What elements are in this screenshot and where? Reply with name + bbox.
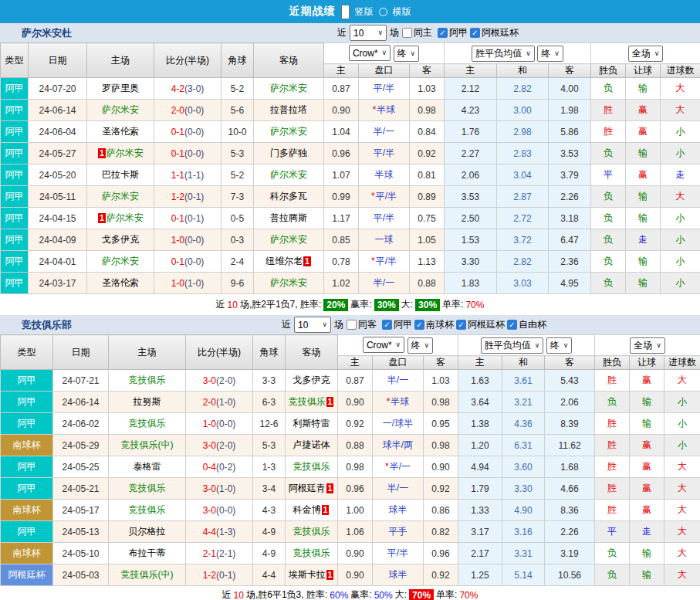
corner-cell: 4-4 <box>253 564 286 586</box>
home-team-cell[interactable]: 萨尔米安 <box>87 100 154 121</box>
result-ou-cell: 大 <box>664 370 700 392</box>
radio-vertical-selected[interactable] <box>341 5 350 19</box>
home-team-cell[interactable]: 1萨尔米安 <box>87 208 154 229</box>
away-team-cell[interactable]: 阿根廷青1 <box>286 478 338 500</box>
date-cell: 24-04-01 <box>29 251 87 273</box>
fulltime-score: 0-1 <box>171 127 184 137</box>
home-team-cell[interactable]: 竞技俱乐 <box>109 413 186 435</box>
scope-select[interactable]: 全场∨ <box>628 46 664 62</box>
odds-stage-select[interactable]: 终∨ <box>407 337 434 354</box>
checkbox-icon[interactable]: ✓ <box>507 320 517 330</box>
avg-odds-select[interactable]: 胜平负均值∨ <box>481 337 544 354</box>
league-filter-南球杯[interactable]: ✓南球杯 <box>414 318 454 331</box>
checkbox-icon[interactable]: ✓ <box>382 320 392 330</box>
result-wdl-cell: 负 <box>595 564 630 586</box>
away-team-name: 科尔多瓦 <box>270 191 307 202</box>
away-team-cell[interactable]: 卢捷诺体 <box>286 435 338 456</box>
away-team-cell[interactable]: 萨尔米安 <box>254 273 324 294</box>
same-venue-checkbox[interactable]: 同主 <box>402 26 432 39</box>
checkbox-icon[interactable]: ✓ <box>438 28 448 38</box>
home-team-cell[interactable]: 圣洛伦索 <box>87 273 154 294</box>
league-filter-阿甲[interactable]: ✓阿甲 <box>382 318 412 331</box>
odds-company-select[interactable]: Crow*∨ <box>349 45 391 61</box>
date-cell: 24-05-10 <box>53 543 109 564</box>
away-team-cell[interactable]: 科金博1 <box>286 500 338 521</box>
away-team-cell[interactable]: 埃斯卡拉1 <box>286 564 338 586</box>
avg-odds-select[interactable]: 胜平负均值∨ <box>472 46 535 62</box>
eu-away-odds-cell: 4.66 <box>545 478 595 500</box>
chevron-down-icon: ∨ <box>377 29 383 36</box>
home-team-cell[interactable]: 巴拉卡斯 <box>87 164 154 186</box>
home-team-cell[interactable]: 布拉干蒂 <box>109 543 186 564</box>
checkbox-icon[interactable]: ✓ <box>414 320 424 330</box>
match-count-select[interactable]: 10∨ <box>294 317 331 333</box>
home-team-cell[interactable]: 萨尔米安 <box>87 186 154 208</box>
home-team-cell[interactable]: 竞技俱乐 <box>109 500 186 521</box>
league-filter-阿甲[interactable]: ✓阿甲 <box>438 26 468 39</box>
away-team-cell[interactable]: 普拉腾斯 <box>254 208 324 229</box>
checkbox-icon[interactable] <box>402 28 412 38</box>
league-filter-阿根廷杯[interactable]: ✓阿根廷杯 <box>470 26 519 39</box>
match-count-select[interactable]: 10∨ <box>350 25 387 41</box>
home-team-cell[interactable]: 1萨尔米安 <box>87 143 154 164</box>
avg-stage-select[interactable]: 终∨ <box>546 337 573 354</box>
odds-stage-select[interactable]: 终∨ <box>394 46 420 62</box>
home-team-cell[interactable]: 萨尔米安 <box>87 251 154 273</box>
radio-vertical-label[interactable]: 竖版 <box>355 5 374 19</box>
home-team-cell[interactable]: 贝尔格拉 <box>109 521 186 543</box>
league-filter-自由杯[interactable]: ✓自由杯 <box>507 318 546 331</box>
away-team-cell[interactable]: 竞技俱乐1 <box>286 392 338 413</box>
checkbox-icon[interactable] <box>347 320 357 330</box>
eu-away-odds-cell: 6.47 <box>549 229 591 251</box>
radio-horizontal[interactable] <box>379 8 387 16</box>
home-team-name: 罗萨里奥 <box>102 83 139 93</box>
home-team-cell[interactable]: 罗萨里奥 <box>87 78 154 100</box>
home-team-cell[interactable]: 圣洛伦索 <box>87 121 154 143</box>
away-team-cell[interactable]: 利斯特雷 <box>286 413 338 435</box>
home-team-cell[interactable]: 竞技俱乐 <box>109 478 186 500</box>
away-team-cell[interactable]: 纽维尔老1 <box>254 251 324 273</box>
away-team-name: 拉普拉塔 <box>270 104 307 115</box>
away-team-name: 萨尔米安 <box>270 277 307 288</box>
away-team-cell[interactable]: 竞技俱乐 <box>286 456 338 478</box>
home-team-name: 戈多伊克 <box>102 234 139 245</box>
home-team-cell[interactable]: 泰格雷 <box>109 456 186 478</box>
away-team-cell[interactable]: 竞技俱乐 <box>286 543 338 564</box>
league-filter-label: 阿甲 <box>394 318 412 331</box>
avg-stage-select[interactable]: 终∨ <box>537 46 563 62</box>
home-team-cell[interactable]: 竞技俱乐 <box>109 370 186 392</box>
away-team-name: 竞技俱乐 <box>293 461 330 472</box>
away-team-cell[interactable]: 萨尔米安 <box>254 78 324 100</box>
ah-line-value: 半/一 <box>390 461 411 472</box>
league-filter-阿根廷杯[interactable]: ✓阿根廷杯 <box>456 318 505 331</box>
odds-company-select[interactable]: Crow*∨ <box>363 337 404 353</box>
home-team-cell[interactable]: 竞技俱乐(中) <box>109 435 186 456</box>
home-team-cell[interactable]: 竞技俱乐(中) <box>109 564 186 586</box>
away-team-cell[interactable]: 拉普拉塔 <box>254 100 324 121</box>
col-ah-line: 盘口 <box>373 356 424 370</box>
away-team-cell[interactable]: 戈多伊克 <box>286 370 338 392</box>
away-team-cell[interactable]: 萨尔米安 <box>254 121 324 143</box>
fulltime-score: 1-2 <box>203 570 216 581</box>
away-team-cell[interactable]: 门多萨独 <box>254 143 324 164</box>
scope-select[interactable]: 全场∨ <box>630 337 665 354</box>
away-team-cell[interactable]: 萨尔米安 <box>254 164 324 186</box>
away-team-cell[interactable]: 科尔多瓦 <box>254 186 324 208</box>
halftime-score: (1-1) <box>184 170 204 181</box>
summary-text: 单率: <box>436 588 457 600</box>
checkbox-icon[interactable]: ✓ <box>456 320 466 330</box>
away-team-cell[interactable]: 萨尔米安 <box>254 229 324 251</box>
corner-cell: 2-4 <box>221 251 254 273</box>
halftime-score: (0-0) <box>216 505 235 516</box>
checkbox-icon[interactable]: ✓ <box>470 28 480 38</box>
away-team-cell[interactable]: 竞技俱乐 <box>286 521 338 543</box>
radio-horizontal-label[interactable]: 横版 <box>393 5 411 19</box>
home-team-cell[interactable]: 戈多伊克 <box>87 229 154 251</box>
same-venue-checkbox[interactable]: 同客 <box>347 318 377 331</box>
eu-away-odds-cell: 8.39 <box>545 413 595 435</box>
home-team-name: 圣洛伦索 <box>102 277 139 288</box>
home-team-name: 萨尔米安 <box>102 104 139 115</box>
home-team-cell[interactable]: 拉努斯 <box>109 392 186 413</box>
ah-home-odds-cell: 0.90 <box>338 392 373 413</box>
league-type-cell: 阿甲 <box>1 208 29 229</box>
